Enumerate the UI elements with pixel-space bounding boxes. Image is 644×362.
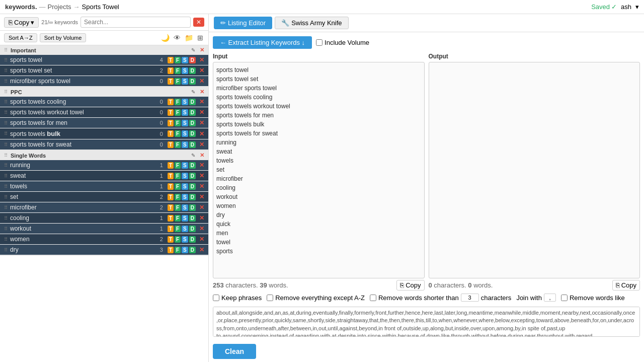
group-drag-handle: ⠿ xyxy=(4,153,8,158)
keep-phrases-option[interactable]: Keep phrases xyxy=(213,294,262,302)
keyword-count-val: 2 xyxy=(155,67,163,74)
output-stats: 0 characters. 0 words. xyxy=(429,281,493,289)
tab-listing-editor[interactable]: ✏ Listing Editor xyxy=(214,17,272,29)
group-close-important[interactable]: ✕ xyxy=(200,47,204,53)
keyword-tags: TFSD xyxy=(168,194,196,200)
keyword-remove-button[interactable]: ✕ xyxy=(199,98,204,105)
include-volume-checkbox[interactable] xyxy=(316,39,323,46)
keyword-remove-button[interactable]: ✕ xyxy=(199,141,204,148)
keyword-remove-button[interactable]: ✕ xyxy=(199,130,204,137)
header: keywords. — Projects → Sports Towel Save… xyxy=(0,0,644,14)
tag-s: S xyxy=(182,120,188,126)
sort-volume-button[interactable]: Sort by Volume xyxy=(40,33,87,42)
input-copy-label: Copy xyxy=(406,281,421,289)
tag-t: T xyxy=(168,109,174,116)
remove-words-like-option[interactable]: Remove words like xyxy=(561,294,625,302)
drag-handle: ⠿ xyxy=(4,79,8,84)
output-copy-button[interactable]: ⎘ Copy xyxy=(612,280,640,291)
keyword-count-val: 2 xyxy=(155,204,163,210)
tag-d: D xyxy=(189,236,196,243)
keyword-text: microfiber sports towel xyxy=(10,78,152,85)
tag-t: T xyxy=(168,99,174,105)
keyword-remove-button[interactable]: ✕ xyxy=(199,183,204,190)
tab-swiss-army-knife[interactable]: 🔧 Swiss Army Knife xyxy=(275,17,348,29)
group-edit-ppc[interactable]: ✎ xyxy=(191,89,195,95)
keyword-count-val: 0 xyxy=(155,109,163,115)
remove-az-option[interactable]: Remove everything except A-Z xyxy=(267,294,365,302)
keyword-item: ⠿ sports towels cooling 0 TFSD ✕ xyxy=(0,97,208,107)
output-copy-icon: ⎘ xyxy=(616,281,620,289)
breadcrumb: keywords. — Projects → Sports Towel xyxy=(5,3,119,11)
input-textarea[interactable] xyxy=(213,62,425,278)
group-edit-important[interactable]: ✎ xyxy=(191,47,195,53)
keyword-remove-button[interactable]: ✕ xyxy=(199,172,204,179)
projects-link[interactable]: Projects xyxy=(48,3,71,11)
tag-d: D xyxy=(189,99,196,105)
remove-shorter-option[interactable]: Remove words shorter than characters xyxy=(370,294,511,302)
remove-words-like-checkbox[interactable] xyxy=(561,295,568,301)
extract-label: ← Extract Listing Keywords ↓ xyxy=(220,39,305,46)
tab-listing-editor-label: Listing Editor xyxy=(228,19,266,27)
shorter-value-input[interactable] xyxy=(461,294,479,302)
clear-search-button[interactable]: ✕ xyxy=(193,18,204,27)
folder-icon-button[interactable]: 📁 xyxy=(184,33,194,43)
drag-handle: ⠿ xyxy=(4,120,8,126)
input-copy-button[interactable]: ⎘ Copy xyxy=(396,280,424,291)
keyword-count-val: 0 xyxy=(155,78,163,84)
keyword-remove-button[interactable]: ✕ xyxy=(199,246,204,253)
keyword-item: ⠿ microfiber sports towel 0 TFSD ✕ xyxy=(0,76,208,87)
keyword-remove-button[interactable]: ✕ xyxy=(199,56,204,63)
join-with-option[interactable]: Join with xyxy=(516,294,556,302)
keyword-remove-button[interactable]: ✕ xyxy=(199,109,204,116)
keyword-text: sports towels workout towel xyxy=(10,109,152,116)
keyword-remove-button[interactable]: ✕ xyxy=(199,67,204,74)
keyword-count-val: 0 xyxy=(155,131,163,137)
copy-button[interactable]: ⎘ Copy ▾ xyxy=(4,17,39,28)
keyword-remove-button[interactable]: ✕ xyxy=(199,236,204,243)
include-volume-label[interactable]: Include Volume xyxy=(316,39,369,46)
drag-handle: ⠿ xyxy=(4,57,8,63)
tabs-row: ✏ Listing Editor 🔧 Swiss Army Knife xyxy=(209,14,644,32)
keyword-remove-button[interactable]: ✕ xyxy=(199,162,204,169)
tag-t: T xyxy=(168,162,174,169)
keyword-remove-button[interactable]: ✕ xyxy=(199,225,204,232)
grid-icon-button[interactable]: ⊞ xyxy=(196,33,204,43)
tag-f: F xyxy=(175,67,181,74)
group-edit-single-words[interactable]: ✎ xyxy=(191,153,195,158)
keyword-tags: TFSD xyxy=(168,162,196,169)
keyword-count-val: 1 xyxy=(155,183,163,189)
group-close-ppc[interactable]: ✕ xyxy=(200,89,204,95)
drag-handle: ⠿ xyxy=(4,68,8,74)
group-close-single-words[interactable]: ✕ xyxy=(200,152,204,159)
blacklist-textarea[interactable] xyxy=(213,307,640,337)
saved-badge: Saved ✓ xyxy=(591,3,617,11)
tag-t: T xyxy=(168,78,174,85)
keyword-remove-button[interactable]: ✕ xyxy=(199,78,204,85)
eye-icon-button[interactable]: 👁 xyxy=(173,33,182,43)
keyword-tags: TFSD xyxy=(168,57,196,63)
clean-button[interactable]: Clean xyxy=(213,344,256,359)
join-value-input[interactable] xyxy=(544,294,556,302)
search-input[interactable] xyxy=(80,17,191,28)
tag-s: S xyxy=(182,236,188,243)
keyword-remove-button[interactable]: ✕ xyxy=(199,204,204,211)
keyword-item: ⠿ running 1 TFSD ✕ xyxy=(0,160,208,171)
remove-az-checkbox[interactable] xyxy=(267,295,273,301)
output-textarea[interactable] xyxy=(429,62,640,278)
moon-icon-button[interactable]: 🌙 xyxy=(160,33,171,43)
copy-label: Copy xyxy=(14,19,29,26)
extract-button[interactable]: ← Extract Listing Keywords ↓ xyxy=(213,36,312,49)
drag-handle: ⠿ xyxy=(4,205,8,210)
user-menu[interactable]: ash xyxy=(621,3,631,11)
keyword-remove-button[interactable]: ✕ xyxy=(199,214,204,222)
remove-az-label: Remove everything except A-Z xyxy=(275,294,365,302)
tag-f: F xyxy=(175,194,181,200)
remove-shorter-checkbox[interactable] xyxy=(370,295,376,301)
keyword-remove-button[interactable]: ✕ xyxy=(199,119,204,126)
tag-t: T xyxy=(168,183,174,190)
sort-az-button[interactable]: Sort A→Z xyxy=(4,33,37,42)
keyword-item: ⠿ sports towels bulk 0 TFSD ✕ xyxy=(0,128,208,139)
extract-row: ← Extract Listing Keywords ↓ Include Vol… xyxy=(213,36,640,49)
keep-phrases-checkbox[interactable] xyxy=(213,295,219,301)
keyword-remove-button[interactable]: ✕ xyxy=(199,193,204,200)
